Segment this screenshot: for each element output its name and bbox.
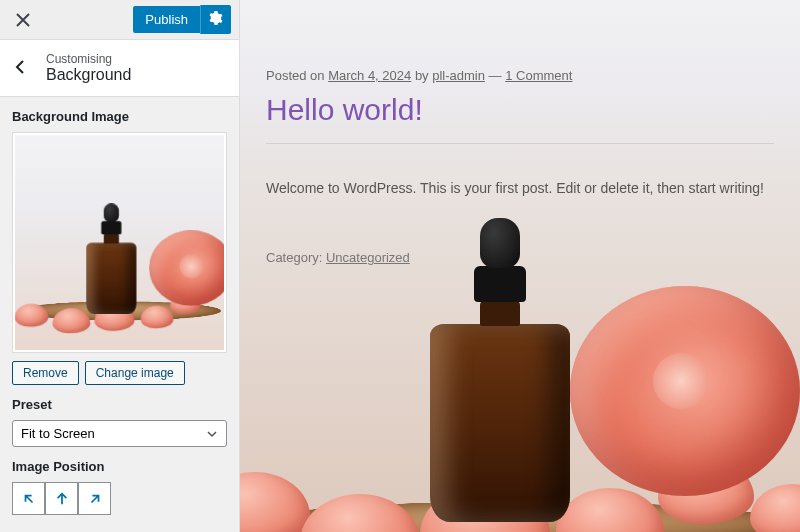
panel-body: Background Image (0, 97, 239, 532)
app-root: Publish Customising Background Backgroun… (0, 0, 800, 532)
position-top-center[interactable] (45, 482, 78, 515)
publish-button[interactable]: Publish (133, 6, 200, 33)
preset-select[interactable]: Fit to Screen (12, 420, 227, 447)
site-preview: Posted on March 4, 2024 by pll-admin — 1… (240, 0, 800, 532)
meta-sep: — (485, 68, 505, 83)
post-meta: Posted on March 4, 2024 by pll-admin — 1… (266, 68, 774, 83)
post-divider (266, 143, 774, 144)
meta-by: by (411, 68, 432, 83)
customizer-sidebar: Publish Customising Background Backgroun… (0, 0, 240, 532)
arrow-up-icon (55, 492, 69, 506)
bg-image-actions: Remove Change image (12, 361, 227, 385)
category-link[interactable]: Uncategorized (326, 250, 410, 265)
post-date-link[interactable]: March 4, 2024 (328, 68, 411, 83)
post-category: Category: Uncategorized (266, 250, 774, 265)
publish-settings-button[interactable] (200, 5, 231, 34)
arrow-up-left-icon (22, 492, 36, 506)
post-card: Posted on March 4, 2024 by pll-admin — 1… (240, 52, 800, 293)
section-titles: Customising Background (46, 52, 131, 84)
publish-group: Publish (133, 5, 231, 34)
section-title: Background (46, 66, 131, 84)
sidebar-topbar: Publish (0, 0, 239, 40)
post-comments-link[interactable]: 1 Comment (505, 68, 572, 83)
post-title[interactable]: Hello world! (266, 93, 774, 127)
chevron-left-icon (14, 60, 28, 74)
gear-icon (209, 11, 223, 25)
bg-image-thumbnail[interactable] (12, 132, 227, 353)
arrow-up-right-icon (88, 492, 102, 506)
post-author-link[interactable]: pll-admin (432, 68, 485, 83)
section-header: Customising Background (0, 40, 239, 97)
change-image-button[interactable]: Change image (85, 361, 185, 385)
back-button[interactable] (14, 58, 38, 79)
preset-label: Preset (12, 397, 227, 412)
category-label: Category: (266, 250, 326, 265)
section-supertitle: Customising (46, 52, 131, 66)
image-position-grid (12, 482, 227, 514)
meta-prefix: Posted on (266, 68, 328, 83)
position-top-right[interactable] (78, 482, 111, 515)
image-position-label: Image Position (12, 459, 227, 474)
post-excerpt: Welcome to WordPress. This is your first… (266, 180, 774, 196)
remove-image-button[interactable]: Remove (12, 361, 79, 385)
position-top-left[interactable] (12, 482, 45, 515)
bg-image-label: Background Image (12, 109, 227, 124)
close-button[interactable] (8, 5, 38, 35)
close-icon (16, 13, 30, 27)
